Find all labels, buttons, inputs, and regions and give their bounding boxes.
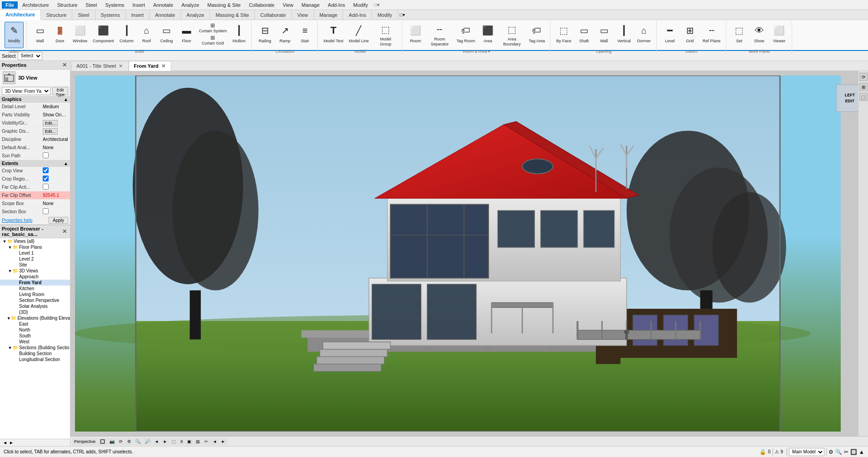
view-menu-item[interactable]: View <box>279 1 297 9</box>
tab-collaborate[interactable]: Collaborate <box>255 10 292 20</box>
room-button[interactable]: ⬜ Room <box>406 22 425 48</box>
tree-toggle-views[interactable]: ▼ <box>2 239 7 244</box>
edit-type-button[interactable]: Edit Type <box>52 87 68 95</box>
view-ctrl-box[interactable]: ▤ <box>194 438 202 445</box>
project-browser-tree[interactable]: ▼ 📁 Views (all) ▼ 📁 Floor Plans Level 1 <box>0 238 70 439</box>
stair-button[interactable]: ≡ Stair <box>295 22 314 48</box>
view-ctrl-zoom-in[interactable]: 🔍 <box>134 438 142 445</box>
component-button[interactable]: ⬛ Component <box>90 22 116 48</box>
window-button[interactable]: ⬜ Window <box>70 22 90 48</box>
model-line-button[interactable]: ╱ Model Line <box>346 22 371 48</box>
status-arrow-icon[interactable]: ▲ <box>859 449 864 455</box>
tab-massing[interactable]: Massing & Site <box>210 10 254 20</box>
railing-button[interactable]: ⊟ Railing <box>255 22 274 48</box>
view-ctrl-left[interactable]: ◄ <box>153 438 160 445</box>
sun-path-checkbox[interactable] <box>43 152 49 158</box>
view-ctrl-right[interactable]: ► <box>161 438 169 445</box>
tab-structure[interactable]: Structure <box>41 10 73 20</box>
status-filter-icon[interactable]: 🔍 <box>835 449 842 455</box>
tab-steel[interactable]: Steel <box>72 10 95 20</box>
view-ctrl-camera[interactable]: 📷 <box>108 438 116 445</box>
insert-menu-item[interactable]: Insert <box>129 1 149 9</box>
view-ctrl-3d[interactable]: 🔲 <box>98 438 107 445</box>
dormer-button[interactable]: ⌂ Dormer <box>634 22 653 48</box>
apply-button[interactable]: Apply <box>49 217 68 224</box>
structure-menu-item[interactable]: Structure <box>54 1 81 9</box>
float-btn-1[interactable]: ⟳ <box>859 73 868 81</box>
tag-room-button[interactable]: 🏷 Tag Room <box>454 22 477 48</box>
grid-button[interactable]: ⊞ Grid <box>680 22 699 48</box>
view-ctrl-settings[interactable]: ⚙ <box>125 438 133 445</box>
view-ctrl-prev[interactable]: ◄ <box>211 438 219 445</box>
systems-menu-item[interactable]: Systems <box>101 1 128 9</box>
file-menu-item[interactable]: File <box>2 1 18 9</box>
tree-toggle-elevations[interactable]: ▼ <box>6 316 11 321</box>
tree-item-livingroom[interactable]: Living Room <box>0 291 70 297</box>
select-dropdown[interactable]: Select <box>18 52 42 60</box>
floor-button[interactable]: ▬ Floor <box>177 22 196 48</box>
tree-item-site[interactable]: Site <box>0 262 70 268</box>
tag-area-button[interactable]: 🏷 Tag Area <box>527 22 548 48</box>
door-button[interactable]: 🚪 Door <box>50 22 70 48</box>
tree-item-kitchen[interactable]: Kitchen <box>0 286 70 291</box>
collaborate-menu-item[interactable]: Collaborate <box>245 1 278 9</box>
viewer-button[interactable]: ⬜ Viewer <box>770 22 789 48</box>
float-btn-2[interactable]: ⊞ <box>859 83 868 91</box>
tree-item-3dviews[interactable]: ▼ 📁 3D Views <box>0 268 70 274</box>
tab-view[interactable]: View <box>292 10 314 20</box>
model-selector[interactable]: Main Model <box>789 448 824 456</box>
tree-item-south[interactable]: South <box>0 333 70 339</box>
tree-item-level1[interactable]: Level 1 <box>0 250 70 256</box>
shaft-button[interactable]: ▭ Shaft <box>574 22 594 48</box>
column-button[interactable]: ┃ Column <box>117 22 136 48</box>
view-ctrl-zoom-out[interactable]: 🔎 <box>143 438 152 445</box>
vertical-button[interactable]: ┃ Vertical <box>614 22 634 48</box>
view-canvas[interactable]: LEFT EDIT ⟳ ⊞ ⬚ <box>70 71 868 436</box>
tab-from-yard-close[interactable]: ✕ <box>160 63 166 69</box>
tab-annotate[interactable]: Annotate <box>150 10 181 20</box>
manage-menu-item[interactable]: Manage <box>298 1 324 9</box>
tree-toggle-floorplans[interactable]: ▼ <box>7 245 13 250</box>
tree-item-longitudinalsection[interactable]: Longitudinal Section <box>0 357 70 362</box>
by-face-button[interactable]: ⬚ By Face <box>554 22 574 48</box>
tree-item-views[interactable]: ▼ 📁 Views (all) <box>0 238 70 244</box>
level-button[interactable]: ━ Level <box>660 22 679 48</box>
tree-item-floorplans[interactable]: ▼ 📁 Floor Plans <box>0 244 70 250</box>
ref-plane-button[interactable]: ╌ Ref Plane <box>700 22 723 48</box>
analyze-menu-item[interactable]: Analyze <box>178 1 203 9</box>
properties-help-link[interactable]: Properties help <box>2 218 32 223</box>
extents-collapse-btn[interactable]: ▲ <box>64 161 68 166</box>
visibility-edit-btn[interactable]: Edit... <box>43 120 58 126</box>
tree-item-sectionperspective[interactable]: Section Perspective <box>0 297 70 303</box>
far-clip-active-checkbox[interactable] <box>43 184 49 190</box>
view-ctrl-next[interactable]: ► <box>219 438 227 445</box>
model-text-button[interactable]: T Model Text <box>321 22 345 48</box>
tab-title-sheet[interactable]: A001 - Title Sheet ✕ <box>71 61 129 71</box>
section-box-checkbox[interactable] <box>43 208 49 214</box>
model-group-button[interactable]: ⬚ Model Group <box>372 22 399 48</box>
curtain-system-button[interactable]: ⊞ Curtain System <box>197 22 229 34</box>
tree-item-approach[interactable]: Approach <box>0 274 70 280</box>
wall-opening-button[interactable]: ▭ Wall <box>594 22 614 48</box>
addins-menu-item[interactable]: Add-Ins <box>324 1 349 9</box>
tab-architecture[interactable]: Architecture <box>0 10 41 20</box>
view-ctrl-9[interactable]: 9 <box>179 438 185 445</box>
steel-menu-item[interactable]: Steel <box>82 1 100 9</box>
crop-view-checkbox[interactable] <box>43 167 49 173</box>
tab-manage[interactable]: Manage <box>314 10 344 20</box>
tab-analyze[interactable]: Analyze <box>181 10 210 20</box>
tab-insert[interactable]: Insert <box>126 10 150 20</box>
float-btn-3[interactable]: ⬚ <box>859 93 868 101</box>
ceiling-button[interactable]: ▭ Ceiling <box>157 22 176 48</box>
tab-systems[interactable]: Systems <box>95 10 126 20</box>
prop-view-dropdown[interactable]: 3D View: From Ya <box>2 87 50 95</box>
crop-region-checkbox[interactable] <box>43 176 49 181</box>
view-ctrl-render[interactable]: ▣ <box>185 438 193 445</box>
tree-toggle-3dviews[interactable]: ▼ <box>7 269 13 273</box>
status-clip-icon[interactable]: ✂ <box>844 449 848 455</box>
area-boundary-button[interactable]: ⬚ Area Boundary <box>499 22 526 48</box>
tree-item-solaranalysis[interactable]: Solar Analysis <box>0 303 70 309</box>
massing-menu-item[interactable]: Massing & Site <box>204 1 244 9</box>
architecture-menu-item[interactable]: Architecture <box>19 1 53 9</box>
set-button[interactable]: ⬚ Set <box>730 22 749 48</box>
